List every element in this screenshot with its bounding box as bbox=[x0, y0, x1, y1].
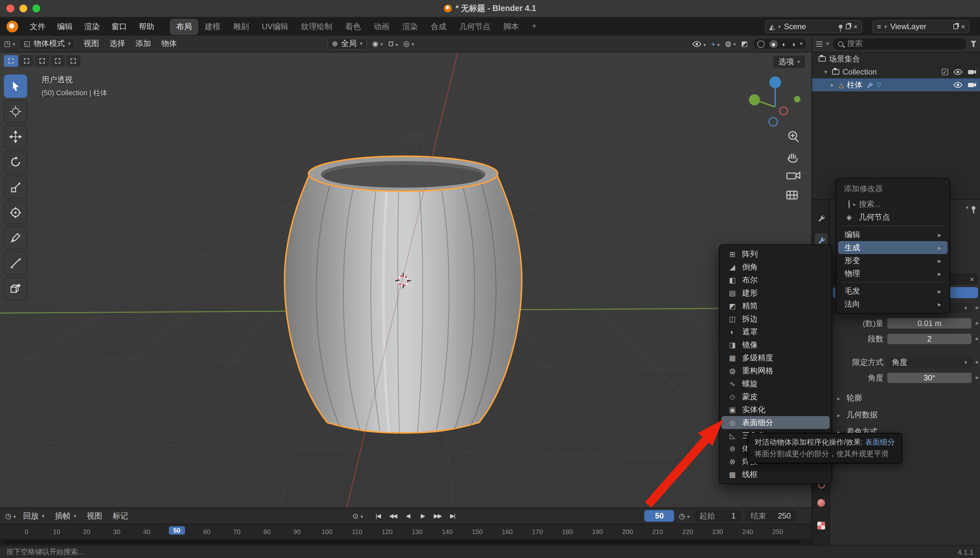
overlays-toggle[interactable]: ◍ ▾ bbox=[725, 39, 735, 48]
remove-viewlayer-icon[interactable]: × bbox=[961, 23, 965, 30]
angle-field[interactable]: 30° bbox=[887, 373, 972, 383]
frame-start-field[interactable]: 起始1 bbox=[694, 510, 741, 522]
frame-tick[interactable]: 170 bbox=[532, 528, 543, 535]
frame-tick[interactable]: 160 bbox=[502, 528, 513, 535]
proportional-edit-dropdown[interactable]: ◎ ▾ bbox=[403, 39, 414, 48]
frame-tick[interactable]: 20 bbox=[83, 528, 90, 535]
frame-tick[interactable]: 230 bbox=[712, 528, 723, 535]
frame-tick[interactable]: 200 bbox=[622, 528, 633, 535]
camera-view-icon[interactable] bbox=[787, 172, 800, 179]
workspace-tab[interactable]: 着色 bbox=[339, 18, 367, 34]
hide-eye-icon[interactable] bbox=[954, 82, 962, 88]
pan-hand-icon[interactable] bbox=[788, 154, 797, 162]
outliner-search-input[interactable]: 搜索 bbox=[833, 38, 966, 49]
wireframe-shading-button[interactable]: ◯ bbox=[757, 39, 765, 48]
frame-tick[interactable]: 180 bbox=[562, 528, 573, 535]
play-reverse-button[interactable]: ◀ bbox=[401, 510, 414, 522]
tool-tab[interactable] bbox=[815, 211, 828, 224]
modifier-menu-item[interactable]: ▣实体化 bbox=[721, 403, 830, 416]
measure-tool[interactable] bbox=[4, 251, 27, 275]
animate-dot[interactable] bbox=[975, 307, 978, 309]
modifier-category[interactable]: 形变▸ bbox=[838, 254, 947, 267]
add-primitive-tool[interactable] bbox=[4, 277, 27, 300]
outliner-row-collection[interactable]: ▾ Collection ✓ bbox=[812, 66, 980, 79]
frame-end-field[interactable]: 结束250 bbox=[745, 510, 796, 522]
workspace-tab[interactable]: 动画 bbox=[367, 18, 396, 34]
playhead-current-frame[interactable]: 50 bbox=[169, 526, 185, 535]
editor-type-button[interactable]: ◳ ▾ bbox=[4, 39, 15, 48]
scene-selector[interactable]: ◭ ▾ Scene × bbox=[765, 20, 862, 33]
section-geometry[interactable]: ▸几何数据 bbox=[836, 410, 878, 420]
modifier-category[interactable]: 生成▸ bbox=[838, 241, 947, 254]
viewport-menu-item[interactable]: 添加 bbox=[131, 36, 156, 51]
timeline-editor-button[interactable]: ◷ ▾ bbox=[5, 512, 16, 520]
workspace-tab[interactable]: 布局 bbox=[170, 18, 198, 34]
material-shading-button[interactable]: ◐ bbox=[782, 40, 786, 48]
modifier-menu-item[interactable]: ◐遮罩 bbox=[721, 325, 830, 338]
modifier-menu-item[interactable]: ▩线框 bbox=[721, 468, 830, 481]
3d-viewport-canvas[interactable] bbox=[0, 53, 811, 507]
viewport-menu-item[interactable]: 视图 bbox=[79, 36, 104, 51]
expand-icon[interactable]: ▾ bbox=[822, 69, 829, 75]
close-icon[interactable]: × bbox=[970, 274, 974, 284]
frame-tick[interactable]: 0 bbox=[25, 528, 28, 535]
exclude-checkbox[interactable]: ✓ bbox=[942, 69, 948, 75]
pivot-point-dropdown[interactable]: ◉ ▾ bbox=[372, 39, 383, 48]
animate-dot[interactable] bbox=[975, 377, 978, 379]
frame-tick[interactable]: 240 bbox=[742, 528, 753, 535]
segments-field[interactable]: 2 bbox=[887, 334, 972, 344]
frame-tick[interactable]: 60 bbox=[203, 528, 210, 535]
viewport-menu-item[interactable]: 物体 bbox=[157, 36, 182, 51]
hide-eye-icon[interactable] bbox=[954, 69, 962, 75]
modifier-menu-item[interactable]: ◫拆边 bbox=[721, 312, 830, 325]
modifier-menu-item[interactable]: ◧布尔 bbox=[721, 274, 830, 286]
solid-shading-button[interactable]: ● bbox=[769, 40, 778, 48]
menubar-item[interactable]: 帮助 bbox=[133, 19, 159, 34]
viewlayer-selector[interactable]: ≡ ▾ ViewLayer × bbox=[872, 20, 970, 33]
workspace-tab[interactable]: 几何节点 bbox=[453, 18, 497, 34]
jump-prev-keyframe-button[interactable]: ◀◀ bbox=[386, 510, 399, 522]
menubar-item[interactable]: 文件 bbox=[25, 19, 51, 34]
new-scene-icon[interactable] bbox=[845, 24, 850, 29]
move-tool[interactable] bbox=[4, 125, 27, 148]
auto-keying-toggle[interactable]: ⊙ ▾ bbox=[353, 512, 363, 520]
frame-tick[interactable]: 110 bbox=[352, 528, 362, 535]
pin-id-icon[interactable] bbox=[972, 206, 975, 210]
frame-tick[interactable]: 210 bbox=[652, 528, 663, 535]
modifier-search-item[interactable]: 搜索... bbox=[838, 198, 947, 211]
modifier-category[interactable]: 物理▸ bbox=[838, 267, 947, 280]
unlink-scene-icon[interactable]: × bbox=[853, 23, 857, 30]
current-frame-field[interactable]: 50 bbox=[645, 510, 675, 522]
amount-field[interactable]: 0.01 m bbox=[887, 318, 972, 328]
timeline-ruler[interactable]: 0102030405060708090100110120130140150160… bbox=[0, 524, 811, 538]
play-forward-button[interactable]: ▶ bbox=[416, 510, 429, 522]
modifier-menu-item[interactable]: ∿螺旋 bbox=[721, 377, 830, 390]
transform-tool[interactable] bbox=[4, 201, 27, 224]
timeline-menu-item[interactable]: 视图 bbox=[82, 509, 107, 523]
animate-dot[interactable] bbox=[975, 322, 978, 325]
new-viewlayer-icon[interactable] bbox=[953, 24, 958, 29]
disable-render-camera-icon[interactable] bbox=[968, 69, 977, 75]
pin-scene-icon[interactable] bbox=[838, 25, 842, 28]
mode-dropdown[interactable]: ◱ 物体模式 ▾ bbox=[19, 38, 75, 50]
workspace-tab[interactable]: 纹理绘制 bbox=[295, 18, 339, 34]
select-mode-intersect[interactable] bbox=[66, 55, 80, 67]
menubar-item[interactable]: 窗口 bbox=[106, 19, 132, 34]
timeline-scrollbar[interactable] bbox=[0, 538, 811, 545]
timeline-menu-item[interactable]: 回放▾ bbox=[18, 509, 49, 523]
scrollbar-handle[interactable] bbox=[4, 540, 801, 544]
select-mode-subtract[interactable] bbox=[35, 55, 49, 67]
select-box-tool[interactable] bbox=[4, 74, 27, 98]
animate-dot[interactable] bbox=[975, 338, 978, 340]
modifier-menu-item[interactable]: ⊞阵列 bbox=[721, 248, 830, 261]
frame-tick[interactable]: 250 bbox=[772, 528, 783, 535]
frame-tick[interactable]: 120 bbox=[382, 528, 392, 535]
modifier-menu-item[interactable]: ◨镜像 bbox=[721, 338, 830, 351]
timeline-menu-item[interactable]: 插帧▾ bbox=[50, 509, 81, 523]
material-tab[interactable] bbox=[815, 496, 828, 509]
frame-tick[interactable]: 100 bbox=[322, 528, 333, 535]
scale-tool[interactable] bbox=[4, 176, 27, 199]
jump-to-end-button[interactable]: ▶| bbox=[446, 510, 459, 522]
options-dropdown[interactable]: 选项▾ bbox=[773, 56, 805, 68]
outliner-editor-icon[interactable] bbox=[816, 41, 822, 43]
